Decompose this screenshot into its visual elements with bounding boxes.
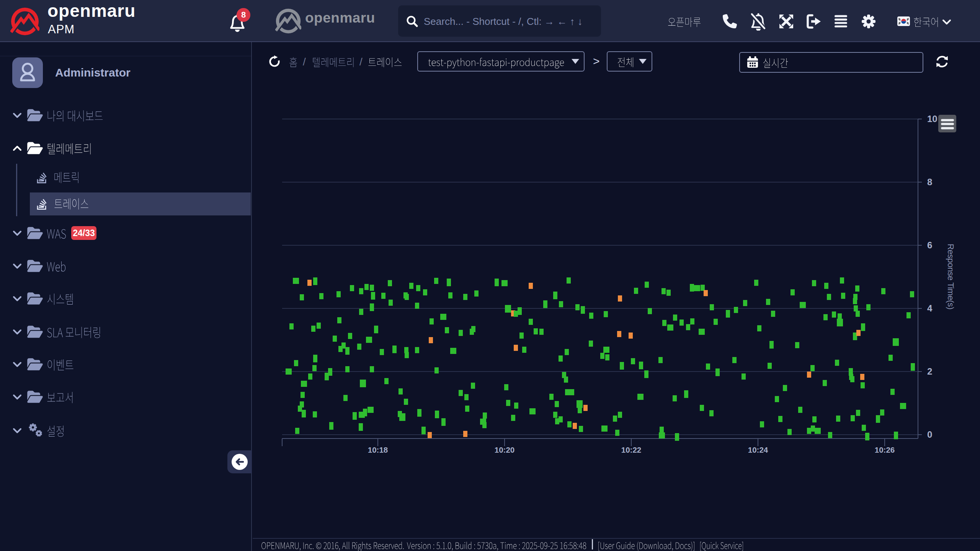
svg-text:4: 4 <box>927 303 933 313</box>
svg-text:10:22: 10:22 <box>621 445 641 454</box>
svg-text:10:24: 10:24 <box>748 445 768 454</box>
svg-text:Response Time(s): Response Time(s) <box>946 244 956 310</box>
svg-text:2: 2 <box>927 366 932 377</box>
svg-text:10:26: 10:26 <box>875 445 895 454</box>
svg-text:10:18: 10:18 <box>368 445 388 454</box>
svg-text:8: 8 <box>927 177 932 187</box>
svg-text:10: 10 <box>927 114 938 124</box>
svg-text:10:20: 10:20 <box>495 445 514 454</box>
svg-text:0: 0 <box>927 429 932 440</box>
svg-text:6: 6 <box>927 240 932 250</box>
